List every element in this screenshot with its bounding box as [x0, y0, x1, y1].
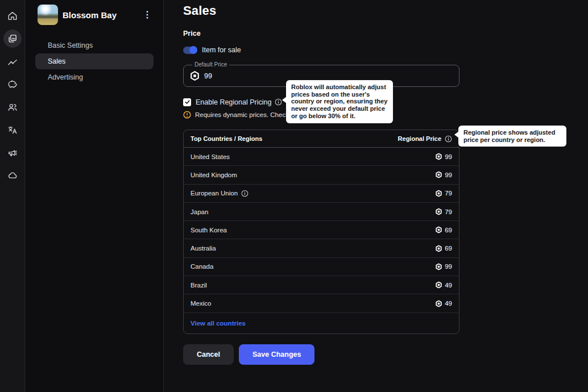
sidebar: Blossom Bay ⋮ Basic Settings Sales Adver… — [26, 0, 164, 392]
kebab-menu-icon[interactable]: ⋮ — [139, 8, 155, 22]
table-row: South Korea 69 — [184, 221, 459, 239]
sidebar-item-advertising[interactable]: Advertising — [26, 69, 163, 85]
cancel-button[interactable]: Cancel — [183, 344, 234, 365]
table-row: United States 99 — [184, 148, 459, 166]
save-changes-button[interactable]: Save Changes — [239, 344, 314, 365]
table-row: European Union 79 — [184, 185, 459, 203]
cloud-icon[interactable] — [7, 170, 18, 181]
icon-rail — [0, 0, 25, 392]
enable-regional-pricing-checkbox[interactable] — [183, 98, 191, 106]
sidebar-item-sales[interactable]: Sales — [35, 53, 154, 69]
robux-icon — [435, 190, 442, 197]
sidebar-header: Blossom Bay ⋮ — [26, 0, 163, 30]
analytics-icon[interactable] — [7, 57, 18, 68]
robux-icon — [435, 208, 442, 215]
localization-icon[interactable] — [7, 124, 18, 136]
robux-icon — [435, 245, 442, 252]
collaborate-icon[interactable] — [7, 102, 18, 113]
warning-text: Requires dynamic prices. Check — [195, 111, 289, 118]
regional-price-table: Top Countries / Regions Regional Price U… — [183, 130, 459, 334]
table-header: Top Countries / Regions Regional Price — [184, 130, 459, 148]
column-header-regional-price: Regional Price — [398, 135, 452, 143]
robux-icon — [435, 300, 442, 307]
robux-icon — [435, 171, 442, 178]
sidebar-nav: Basic Settings Sales Advertising — [26, 37, 163, 85]
table-row: Australia 69 — [184, 239, 459, 257]
regional-pricing-tooltip: Roblox will automatically adjust prices … — [286, 80, 393, 123]
table-row: United Kingdom 99 — [184, 166, 459, 184]
regional-pricing-info-icon[interactable] — [275, 98, 282, 106]
item-for-sale-toggle[interactable] — [183, 47, 197, 54]
eu-info-icon[interactable] — [241, 190, 249, 197]
item-for-sale-label: Item for sale — [202, 46, 241, 54]
game-thumbnail[interactable] — [38, 5, 58, 25]
robux-icon — [435, 153, 442, 160]
table-footer: View all countries — [184, 313, 459, 333]
section-title-price: Price — [183, 30, 588, 37]
default-price-input[interactable] — [204, 72, 453, 80]
item-for-sale-row: Item for sale — [183, 46, 588, 54]
creations-icon[interactable] — [3, 30, 22, 48]
home-icon[interactable] — [7, 10, 18, 22]
regional-price-tooltip: Regional price shows adjusted price per … — [458, 126, 566, 147]
robux-icon — [435, 226, 442, 233]
robux-icon — [435, 281, 442, 289]
sidebar-item-basic-settings[interactable]: Basic Settings — [26, 37, 163, 53]
page-title: Sales — [183, 3, 588, 18]
action-buttons: Cancel Save Changes — [183, 344, 588, 365]
game-title: Blossom Bay — [63, 10, 139, 20]
main-content: Sales Price Item for sale Default Price … — [164, 0, 588, 392]
regional-price-info-icon[interactable] — [445, 135, 452, 143]
view-all-countries-link[interactable]: View all countries — [191, 320, 246, 327]
warning-icon — [183, 111, 191, 119]
table-row: Mexico 49 — [184, 294, 459, 312]
column-header-countries: Top Countries / Regions — [191, 135, 262, 142]
default-price-label: Default Price — [192, 61, 229, 68]
table-row: Canada 99 — [184, 258, 459, 276]
enable-regional-pricing-label: Enable Regional Pricing — [196, 98, 271, 106]
robux-icon — [189, 70, 200, 81]
monetization-icon[interactable] — [7, 79, 18, 90]
table-row: Brazil 49 — [184, 276, 459, 294]
table-row: Japan 79 — [184, 203, 459, 221]
promote-icon[interactable] — [7, 147, 18, 159]
robux-icon — [435, 263, 442, 270]
